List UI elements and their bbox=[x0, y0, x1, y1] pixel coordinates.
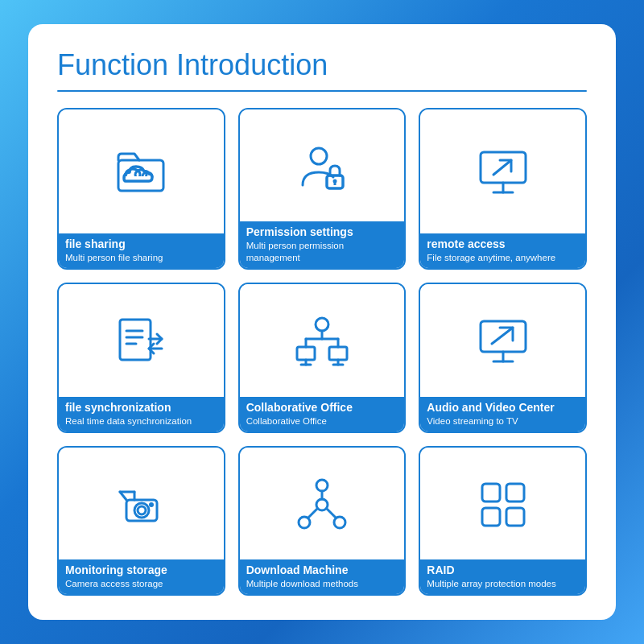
title-remote-access: remote access bbox=[427, 237, 579, 250]
svg-line-33 bbox=[492, 328, 513, 344]
title-collaborative-office: Collaborative Office bbox=[246, 401, 398, 414]
camera-icon bbox=[112, 476, 170, 534]
svg-rect-48 bbox=[482, 484, 500, 502]
subtitle-permission-settings: Multi person permission management bbox=[246, 240, 398, 264]
page-title: Function Introduction bbox=[57, 48, 587, 82]
feature-tile-collaborative-office[interactable]: Collaborative Office Collaborative Offic… bbox=[238, 283, 407, 432]
feature-tile-remote-access[interactable]: remote access File storage anytime, anyw… bbox=[419, 108, 587, 270]
main-card: Function Introduction fil bbox=[28, 24, 616, 620]
svg-point-5 bbox=[311, 148, 327, 164]
icon-area-file-sharing bbox=[59, 109, 224, 233]
folder-cloud-icon bbox=[112, 144, 170, 202]
feature-tile-monitoring-storage[interactable]: Monitoring storage Camera access storage bbox=[57, 446, 225, 596]
title-monitoring-storage: Monitoring storage bbox=[65, 564, 217, 576]
feature-tile-raid[interactable]: RAID Multiple array protection modes bbox=[419, 446, 587, 596]
subtitle-file-synchronization: Real time data synchronization bbox=[65, 415, 217, 427]
features-grid: file sharing Multi person file sharing bbox=[57, 108, 587, 596]
svg-rect-23 bbox=[329, 347, 347, 360]
title-file-synchronization: file synchronization bbox=[65, 401, 217, 414]
icon-area-audio-video-center bbox=[420, 284, 585, 396]
label-file-synchronization: file synchronization Real time data sync… bbox=[59, 397, 224, 431]
svg-rect-8 bbox=[333, 182, 336, 185]
feature-tile-permission-settings[interactable]: Permission settings Multi person permiss… bbox=[238, 108, 407, 270]
svg-line-12 bbox=[493, 160, 511, 175]
label-file-sharing: file sharing Multi person file sharing bbox=[59, 233, 224, 268]
svg-rect-49 bbox=[506, 484, 524, 502]
svg-rect-20 bbox=[297, 347, 315, 360]
title-raid: RAID bbox=[427, 564, 579, 576]
subtitle-download-machine: Multiple download methods bbox=[246, 578, 398, 590]
monitor-play-icon bbox=[474, 313, 532, 371]
person-lock-icon bbox=[293, 138, 351, 196]
subtitle-monitoring-storage: Camera access storage bbox=[65, 578, 217, 590]
monitor-arrow-icon bbox=[474, 144, 532, 202]
icon-area-file-synchronization bbox=[59, 284, 224, 396]
share-nodes-icon bbox=[293, 476, 351, 534]
svg-line-46 bbox=[308, 509, 317, 518]
label-collaborative-office: Collaborative Office Collaborative Offic… bbox=[240, 397, 405, 431]
svg-point-19 bbox=[316, 318, 328, 331]
icon-area-remote-access bbox=[420, 109, 585, 233]
subtitle-collaborative-office: Collaborative Office bbox=[246, 415, 398, 427]
title-download-machine: Download Machine bbox=[246, 564, 398, 576]
svg-point-36 bbox=[138, 506, 146, 514]
network-desktops-icon bbox=[293, 313, 351, 371]
subtitle-audio-video-center: Video streaming to TV bbox=[427, 415, 579, 427]
label-permission-settings: Permission settings Multi person permiss… bbox=[240, 221, 405, 268]
label-download-machine: Download Machine Multiple download metho… bbox=[240, 559, 405, 594]
title-divider bbox=[57, 90, 587, 92]
label-monitoring-storage: Monitoring storage Camera access storage bbox=[59, 559, 224, 594]
grid-squares-icon bbox=[474, 476, 532, 534]
feature-tile-file-sharing[interactable]: file sharing Multi person file sharing bbox=[57, 108, 225, 270]
feature-tile-download-machine[interactable]: Download Machine Multiple download metho… bbox=[238, 446, 407, 596]
label-remote-access: remote access File storage anytime, anyw… bbox=[420, 233, 585, 268]
svg-point-42 bbox=[316, 480, 328, 491]
svg-rect-51 bbox=[506, 508, 524, 526]
label-raid: RAID Multiple array protection modes bbox=[420, 559, 585, 594]
subtitle-file-sharing: Multi person file sharing bbox=[65, 252, 217, 264]
svg-point-40 bbox=[149, 502, 154, 507]
title-file-sharing: file sharing bbox=[65, 237, 217, 250]
feature-tile-file-synchronization[interactable]: file synchronization Real time data sync… bbox=[57, 283, 225, 432]
icon-area-permission-settings bbox=[240, 109, 405, 221]
svg-rect-13 bbox=[120, 320, 151, 360]
subtitle-raid: Multiple array protection modes bbox=[427, 578, 579, 590]
title-audio-video-center: Audio and Video Center bbox=[427, 401, 579, 414]
subtitle-remote-access: File storage anytime, anywhere bbox=[427, 252, 579, 264]
feature-tile-audio-video-center[interactable]: Audio and Video Center Video streaming t… bbox=[419, 283, 587, 432]
doc-arrows-icon bbox=[112, 313, 170, 371]
icon-area-download-machine bbox=[240, 448, 405, 559]
icon-area-raid bbox=[420, 448, 585, 559]
svg-line-47 bbox=[327, 509, 336, 518]
icon-area-collaborative-office bbox=[240, 284, 405, 396]
label-audio-video-center: Audio and Video Center Video streaming t… bbox=[420, 397, 585, 431]
svg-rect-50 bbox=[482, 508, 500, 526]
title-permission-settings: Permission settings bbox=[246, 225, 398, 238]
icon-area-monitoring-storage bbox=[59, 448, 224, 559]
